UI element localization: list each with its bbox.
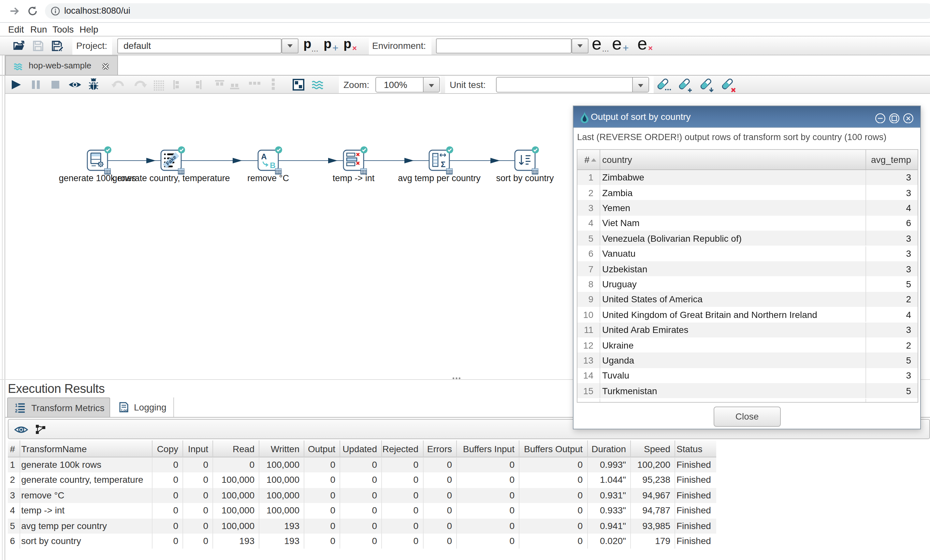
svg-text:B: B [270, 161, 276, 169]
svg-text:Σ: Σ [441, 160, 445, 168]
svg-text:2: 2 [15, 408, 17, 413]
svg-text:1: 1 [15, 403, 17, 408]
svg-text:Log: Log [121, 408, 128, 412]
svg-text:A: A [261, 152, 266, 161]
